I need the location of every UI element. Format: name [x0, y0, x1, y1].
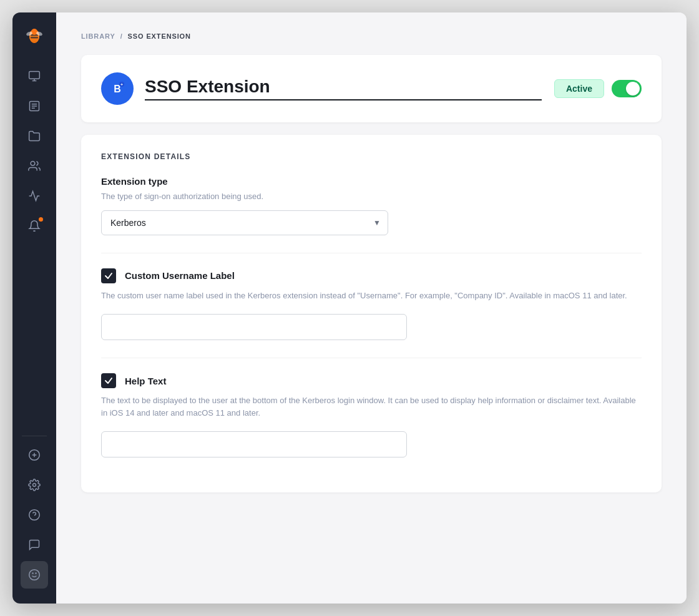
sidebar-item-help[interactable]	[21, 501, 48, 529]
help-text-label: Help Text	[125, 376, 166, 386]
sidebar-item-library[interactable]	[21, 122, 48, 150]
details-card: EXTENSION DETAILS Extension type The typ…	[81, 135, 662, 492]
active-toggle[interactable]	[612, 80, 642, 97]
header-controls: Active	[554, 79, 642, 98]
header-card: B + SSO Extension Active	[81, 55, 662, 122]
custom-username-input[interactable]	[101, 314, 407, 340]
help-text-checkbox[interactable]	[101, 373, 116, 388]
custom-username-label: Custom Username Label	[125, 270, 235, 281]
extension-type-description: The type of sign-on authorization being …	[101, 190, 642, 203]
svg-point-4	[31, 29, 37, 35]
sidebar-item-activity[interactable]	[21, 182, 48, 210]
svg-rect-7	[29, 72, 40, 79]
sidebar-item-chat[interactable]	[21, 531, 48, 559]
svg-rect-3	[31, 37, 38, 39]
svg-point-14	[31, 162, 35, 166]
sidebar-item-feedback[interactable]	[21, 561, 48, 589]
extension-icon: B +	[101, 72, 134, 105]
section-title: EXTENSION DETAILS	[101, 152, 642, 161]
sidebar-item-settings[interactable]	[21, 471, 48, 499]
sidebar-item-notifications[interactable]	[21, 212, 48, 240]
breadcrumb: LIBRARY / SSO EXTENSION	[81, 32, 662, 40]
sidebar-item-reports[interactable]	[21, 92, 48, 120]
custom-username-checkbox-row: Custom Username Label	[101, 268, 642, 283]
svg-point-21	[29, 570, 40, 580]
sidebar-item-users[interactable]	[21, 152, 48, 180]
sidebar-divider	[22, 436, 47, 436]
sidebar-bottom	[21, 441, 48, 594]
sidebar	[12, 12, 56, 604]
sidebar-item-devices[interactable]	[21, 62, 48, 90]
svg-text:+: +	[120, 82, 123, 87]
divider-2	[101, 358, 642, 358]
svg-point-18	[33, 484, 36, 487]
help-text-input[interactable]	[101, 431, 407, 457]
breadcrumb-library[interactable]: LIBRARY	[81, 32, 115, 40]
page-title: SSO Extension	[145, 77, 542, 100]
svg-point-19	[29, 510, 40, 521]
status-badge: Active	[554, 79, 604, 98]
sidebar-nav	[21, 62, 48, 431]
extension-type-select[interactable]: Kerberos Generic Redirect	[101, 210, 388, 235]
breadcrumb-current: SSO EXTENSION	[128, 32, 191, 40]
help-text-description: The text to be displayed to the user at …	[101, 394, 642, 419]
app-logo[interactable]	[22, 22, 47, 47]
custom-username-field: Custom Username Label The custom user na…	[101, 268, 642, 341]
breadcrumb-separator: /	[120, 32, 123, 40]
help-text-field: Help Text The text to be displayed to th…	[101, 373, 642, 457]
main-content: LIBRARY / SSO EXTENSION B + SSO Extensio…	[56, 12, 687, 604]
toggle-knob	[626, 82, 640, 95]
extension-type-label: Extension type	[101, 176, 642, 187]
custom-username-checkbox[interactable]	[101, 268, 116, 283]
help-text-checkbox-row: Help Text	[101, 373, 642, 388]
divider-1	[101, 253, 642, 253]
extension-type-field: Extension type The type of sign-on autho…	[101, 176, 642, 235]
extension-type-select-wrapper: Kerberos Generic Redirect ▼	[101, 210, 388, 235]
custom-username-description: The custom user name label used in the K…	[101, 290, 642, 302]
sidebar-item-add[interactable]	[21, 441, 48, 469]
